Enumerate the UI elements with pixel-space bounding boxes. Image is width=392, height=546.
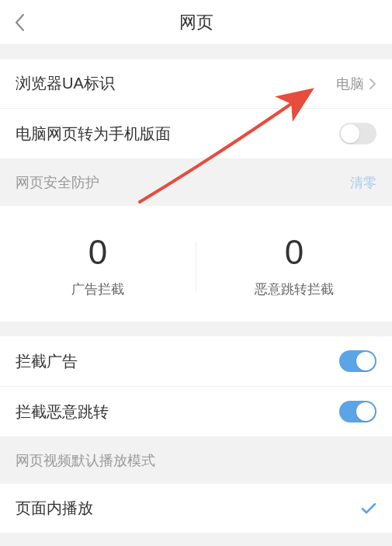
block-ads-label: 拦截广告 [16, 351, 78, 372]
ad-block-value: 0 [88, 235, 107, 270]
ad-block-label: 广告拦截 [71, 280, 124, 298]
video-section-header: 网页视频默认播放模式 [0, 437, 392, 484]
block-ads-row: 拦截广告 [0, 336, 392, 387]
toggle-knob [341, 124, 359, 143]
desktop-to-mobile-label: 电脑网页转为手机版面 [16, 123, 171, 144]
clear-button[interactable]: 清零 [350, 174, 376, 192]
ua-identifier-label: 浏览器UA标识 [16, 73, 115, 94]
block-redirect-toggle[interactable] [339, 401, 376, 423]
security-section-header: 网页安全防护 清零 [0, 159, 392, 206]
toggle-knob [356, 402, 375, 421]
desktop-to-mobile-row: 电脑网页转为手机版面 [0, 109, 392, 159]
header: 网页 [0, 0, 392, 45]
block-redirect-row: 拦截恶意跳转 [0, 387, 392, 437]
spacer [0, 45, 392, 59]
malicious-redirect-value: 0 [285, 235, 304, 270]
ua-identifier-value: 电脑 [336, 75, 376, 93]
block-redirect-label: 拦截恶意跳转 [16, 402, 109, 423]
inline-play-row[interactable]: 页面内播放 [0, 484, 392, 533]
page-title: 网页 [179, 11, 213, 34]
spacer [0, 322, 392, 336]
check-icon [361, 503, 376, 515]
toggle-knob [356, 352, 375, 370]
chevron-left-icon [14, 13, 25, 32]
stats-panel: 0 广告拦截 0 恶意跳转拦截 [0, 206, 392, 322]
security-section-label: 网页安全防护 [16, 173, 99, 192]
inline-play-label: 页面内播放 [16, 498, 93, 519]
ad-block-stat: 0 广告拦截 [0, 235, 196, 298]
chevron-right-icon [369, 78, 376, 90]
block-ads-toggle[interactable] [339, 350, 376, 372]
malicious-redirect-label: 恶意跳转拦截 [255, 280, 334, 298]
ua-value-text: 电脑 [336, 75, 364, 93]
ua-identifier-row[interactable]: 浏览器UA标识 电脑 [0, 59, 392, 109]
malicious-redirect-stat: 0 恶意跳转拦截 [196, 235, 392, 298]
back-button[interactable] [14, 13, 25, 32]
desktop-to-mobile-toggle[interactable] [339, 123, 376, 144]
video-section-label: 网页视频默认播放模式 [16, 451, 155, 470]
